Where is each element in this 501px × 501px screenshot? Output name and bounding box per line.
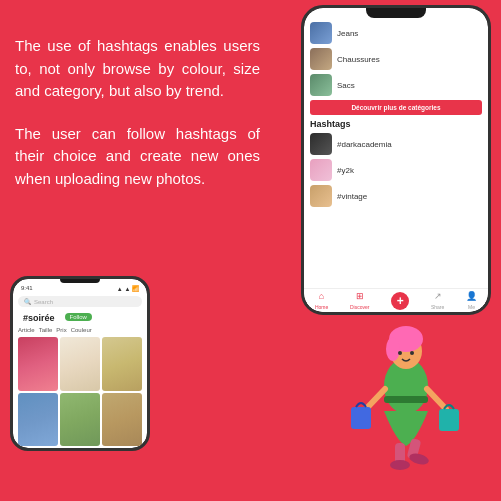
svg-point-4 — [386, 337, 400, 361]
phone-signal-icons: ▲ ▲ 📶 — [117, 285, 139, 292]
phone-small-status-bar: 9:41 ▲ ▲ 📶 — [13, 283, 147, 294]
hashtag-thumb-dark — [310, 133, 332, 155]
svg-line-5 — [366, 389, 385, 409]
photo-cell-5 — [60, 393, 100, 446]
shopping-woman-svg — [341, 301, 471, 471]
hashtag-row: #soirée Follow — [13, 309, 147, 325]
hashtag-item-y2k: #y2k — [310, 159, 482, 181]
category-item-chaussures: Chaussures — [310, 48, 482, 70]
category-thumb-chaussures — [310, 48, 332, 70]
svg-point-10 — [390, 460, 410, 470]
phone-main-mockup: Jeans Chaussures Sacs Découvrir plus de … — [301, 5, 491, 315]
photo-cell-1 — [18, 337, 58, 390]
search-placeholder: Search — [34, 299, 53, 305]
filter-couleur[interactable]: Couleur — [71, 327, 92, 333]
hashtag-thumb-vintage — [310, 185, 332, 207]
hashtag-soiree-label: #soirée — [18, 311, 60, 323]
svg-line-7 — [427, 389, 446, 409]
category-label-chaussures: Chaussures — [337, 55, 380, 64]
svg-rect-6 — [351, 407, 371, 429]
category-thumb-sacs — [310, 74, 332, 96]
phone-time: 9:41 — [21, 285, 33, 292]
hashtag-label-dark: #darkacademia — [337, 140, 392, 149]
photo-cell-6 — [102, 393, 142, 446]
category-label-jeans: Jeans — [337, 29, 358, 38]
category-item-sacs: Sacs — [310, 74, 482, 96]
category-thumb-jeans — [310, 22, 332, 44]
filter-prix[interactable]: Prix — [56, 327, 66, 333]
filter-taille[interactable]: Taille — [39, 327, 53, 333]
svg-rect-8 — [439, 409, 459, 431]
category-label-sacs: Sacs — [337, 81, 355, 90]
follow-button[interactable]: Follow — [65, 313, 92, 321]
hashtags-section-title: Hashtags — [310, 119, 482, 129]
phone-small-mockup: 9:41 ▲ ▲ 📶 🔍 Search #soirée Follow Artic… — [10, 276, 150, 451]
search-icon: 🔍 — [24, 298, 31, 305]
discover-more-button[interactable]: Découvrir plus de catégories — [310, 100, 482, 115]
hashtag-label-y2k: #y2k — [337, 166, 354, 175]
phone-screen-content: Jeans Chaussures Sacs Découvrir plus de … — [304, 18, 488, 288]
hashtag-item-vintage: #vintage — [310, 185, 482, 207]
svg-point-13 — [398, 351, 402, 355]
photo-grid — [13, 335, 147, 448]
nav-home-icon[interactable]: ⌂Home — [315, 291, 328, 311]
hashtag-thumb-y2k — [310, 159, 332, 181]
phone-small-screen: 9:41 ▲ ▲ 📶 🔍 Search #soirée Follow Artic… — [13, 279, 147, 448]
hashtag-item-dark: #darkacademia — [310, 133, 482, 155]
filter-article[interactable]: Article — [18, 327, 35, 333]
left-text-block: The use of hashtags enables users to, no… — [15, 35, 260, 190]
filter-row: Article Taille Prix Couleur — [13, 325, 147, 335]
svg-point-14 — [410, 351, 414, 355]
svg-rect-1 — [384, 396, 428, 403]
phone-notch — [366, 8, 426, 18]
paragraph-2: The user can follow hashtags of their ch… — [15, 123, 260, 191]
phone-main-screen: Jeans Chaussures Sacs Découvrir plus de … — [304, 8, 488, 312]
search-bar[interactable]: 🔍 Search — [18, 296, 142, 307]
hashtag-label-vintage: #vintage — [337, 192, 367, 201]
photo-cell-4 — [18, 393, 58, 446]
photo-cell-3 — [102, 337, 142, 390]
photo-cell-2 — [60, 337, 100, 390]
paragraph-1: The use of hashtags enables users to, no… — [15, 35, 260, 103]
category-item: Jeans — [310, 22, 482, 44]
shopping-illustration — [341, 301, 471, 471]
